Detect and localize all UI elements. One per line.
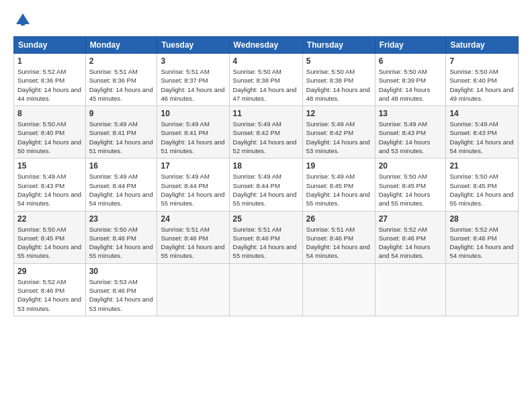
day-info: Sunrise: 5:53 AMSunset: 8:46 PMDaylight:… <box>89 277 154 313</box>
calendar-cell: 28Sunrise: 5:52 AMSunset: 8:46 PMDayligh… <box>446 211 519 263</box>
day-number: 7 <box>449 56 515 66</box>
day-number: 10 <box>161 109 225 118</box>
day-info: Sunrise: 5:50 AMSunset: 8:46 PMDaylight:… <box>89 225 154 261</box>
calendar-cell: 19Sunrise: 5:49 AMSunset: 8:45 PMDayligh… <box>302 158 375 211</box>
day-number: 16 <box>89 161 154 171</box>
calendar-cell: 4Sunrise: 5:50 AMSunset: 8:38 PMDaylight… <box>229 54 302 106</box>
day-info: Sunrise: 5:49 AMSunset: 8:44 PMDaylight:… <box>89 172 154 208</box>
day-number: 15 <box>17 161 82 171</box>
calendar-cell <box>157 263 229 316</box>
calendar-cell: 11Sunrise: 5:49 AMSunset: 8:42 PMDayligh… <box>229 106 302 158</box>
day-number: 11 <box>233 109 299 118</box>
day-info: Sunrise: 5:51 AMSunset: 8:37 PMDaylight:… <box>161 67 225 103</box>
day-number: 8 <box>17 109 82 118</box>
day-number: 24 <box>161 214 225 224</box>
day-info: Sunrise: 5:50 AMSunset: 8:40 PMDaylight:… <box>449 67 515 103</box>
calendar-cell <box>302 263 375 316</box>
day-info: Sunrise: 5:52 AMSunset: 8:46 PMDaylight:… <box>17 277 82 313</box>
calendar-week-1: 1Sunrise: 5:52 AMSunset: 8:36 PMDaylight… <box>14 54 519 106</box>
day-number: 6 <box>379 56 443 66</box>
calendar-cell <box>446 263 519 316</box>
day-info: Sunrise: 5:49 AMSunset: 8:45 PMDaylight:… <box>306 172 371 208</box>
calendar-cell: 8Sunrise: 5:50 AMSunset: 8:40 PMDaylight… <box>14 106 86 158</box>
calendar-cell <box>229 263 302 316</box>
calendar-cell: 15Sunrise: 5:49 AMSunset: 8:43 PMDayligh… <box>14 158 86 211</box>
calendar-cell: 25Sunrise: 5:51 AMSunset: 8:46 PMDayligh… <box>229 211 302 263</box>
day-number: 30 <box>89 267 154 276</box>
col-header-saturday: Saturday <box>446 37 519 54</box>
day-number: 23 <box>89 214 154 224</box>
logo <box>13 11 35 30</box>
calendar-cell: 18Sunrise: 5:49 AMSunset: 8:44 PMDayligh… <box>229 158 302 211</box>
day-number: 20 <box>379 161 443 171</box>
calendar-cell: 6Sunrise: 5:50 AMSunset: 8:39 PMDaylight… <box>375 54 446 106</box>
day-info: Sunrise: 5:49 AMSunset: 8:44 PMDaylight:… <box>233 172 299 208</box>
calendar-cell: 7Sunrise: 5:50 AMSunset: 8:40 PMDaylight… <box>446 54 519 106</box>
col-header-thursday: Thursday <box>302 37 375 54</box>
calendar-cell: 12Sunrise: 5:49 AMSunset: 8:42 PMDayligh… <box>302 106 375 158</box>
day-info: Sunrise: 5:49 AMSunset: 8:44 PMDaylight:… <box>161 172 225 208</box>
calendar-cell: 9Sunrise: 5:49 AMSunset: 8:41 PMDaylight… <box>85 106 157 158</box>
day-info: Sunrise: 5:50 AMSunset: 8:45 PMDaylight:… <box>449 172 515 208</box>
day-info: Sunrise: 5:49 AMSunset: 8:43 PMDaylight:… <box>17 172 82 208</box>
calendar-cell: 23Sunrise: 5:50 AMSunset: 8:46 PMDayligh… <box>85 211 157 263</box>
calendar-cell: 13Sunrise: 5:49 AMSunset: 8:43 PMDayligh… <box>375 106 446 158</box>
calendar-cell: 29Sunrise: 5:52 AMSunset: 8:46 PMDayligh… <box>14 263 86 316</box>
day-info: Sunrise: 5:49 AMSunset: 8:41 PMDaylight:… <box>161 120 225 155</box>
calendar-cell: 27Sunrise: 5:52 AMSunset: 8:46 PMDayligh… <box>375 211 446 263</box>
calendar-cell: 16Sunrise: 5:49 AMSunset: 8:44 PMDayligh… <box>85 158 157 211</box>
day-number: 2 <box>89 56 154 66</box>
calendar-header-row: SundayMondayTuesdayWednesdayThursdayFrid… <box>14 37 519 54</box>
calendar-cell: 2Sunrise: 5:51 AMSunset: 8:36 PMDaylight… <box>85 54 157 106</box>
day-number: 9 <box>89 109 154 118</box>
day-number: 12 <box>306 109 371 118</box>
day-number: 1 <box>17 56 82 66</box>
day-info: Sunrise: 5:49 AMSunset: 8:42 PMDaylight:… <box>233 120 299 155</box>
calendar-week-2: 8Sunrise: 5:50 AMSunset: 8:40 PMDaylight… <box>14 106 519 158</box>
day-info: Sunrise: 5:50 AMSunset: 8:45 PMDaylight:… <box>17 225 82 261</box>
col-header-monday: Monday <box>85 37 157 54</box>
day-number: 17 <box>161 161 225 171</box>
calendar-cell: 3Sunrise: 5:51 AMSunset: 8:37 PMDaylight… <box>157 54 229 106</box>
day-number: 22 <box>17 214 82 224</box>
calendar-cell: 1Sunrise: 5:52 AMSunset: 8:36 PMDaylight… <box>14 54 86 106</box>
day-info: Sunrise: 5:50 AMSunset: 8:39 PMDaylight:… <box>379 67 443 103</box>
day-info: Sunrise: 5:52 AMSunset: 8:36 PMDaylight:… <box>17 67 82 103</box>
day-info: Sunrise: 5:51 AMSunset: 8:36 PMDaylight:… <box>89 67 154 103</box>
logo-icon <box>13 11 32 30</box>
day-info: Sunrise: 5:49 AMSunset: 8:42 PMDaylight:… <box>306 120 371 155</box>
day-info: Sunrise: 5:52 AMSunset: 8:46 PMDaylight:… <box>449 225 515 261</box>
calendar-cell <box>375 263 446 316</box>
day-number: 26 <box>306 214 371 224</box>
calendar-week-3: 15Sunrise: 5:49 AMSunset: 8:43 PMDayligh… <box>14 158 519 211</box>
calendar-cell: 17Sunrise: 5:49 AMSunset: 8:44 PMDayligh… <box>157 158 229 211</box>
day-info: Sunrise: 5:50 AMSunset: 8:45 PMDaylight:… <box>379 172 443 208</box>
calendar-cell: 21Sunrise: 5:50 AMSunset: 8:45 PMDayligh… <box>446 158 519 211</box>
day-number: 28 <box>449 214 515 224</box>
day-number: 4 <box>233 56 299 66</box>
calendar-cell: 10Sunrise: 5:49 AMSunset: 8:41 PMDayligh… <box>157 106 229 158</box>
day-number: 3 <box>161 56 225 66</box>
day-info: Sunrise: 5:51 AMSunset: 8:46 PMDaylight:… <box>306 225 371 261</box>
day-info: Sunrise: 5:49 AMSunset: 8:43 PMDaylight:… <box>449 120 515 155</box>
day-number: 27 <box>379 214 443 224</box>
calendar-cell: 22Sunrise: 5:50 AMSunset: 8:45 PMDayligh… <box>14 211 86 263</box>
page: SundayMondayTuesdayWednesdayThursdayFrid… <box>0 0 532 411</box>
col-header-wednesday: Wednesday <box>229 37 302 54</box>
header <box>13 11 519 30</box>
calendar: SundayMondayTuesdayWednesdayThursdayFrid… <box>13 36 519 316</box>
day-info: Sunrise: 5:50 AMSunset: 8:40 PMDaylight:… <box>17 120 82 155</box>
day-number: 5 <box>306 56 371 66</box>
day-info: Sunrise: 5:51 AMSunset: 8:46 PMDaylight:… <box>233 225 299 261</box>
calendar-cell: 5Sunrise: 5:50 AMSunset: 8:38 PMDaylight… <box>302 54 375 106</box>
day-number: 13 <box>379 109 443 118</box>
day-number: 19 <box>306 161 371 171</box>
calendar-cell: 14Sunrise: 5:49 AMSunset: 8:43 PMDayligh… <box>446 106 519 158</box>
day-number: 21 <box>449 161 515 171</box>
col-header-tuesday: Tuesday <box>157 37 229 54</box>
calendar-week-5: 29Sunrise: 5:52 AMSunset: 8:46 PMDayligh… <box>14 263 519 316</box>
calendar-cell: 24Sunrise: 5:51 AMSunset: 8:46 PMDayligh… <box>157 211 229 263</box>
calendar-week-4: 22Sunrise: 5:50 AMSunset: 8:45 PMDayligh… <box>14 211 519 263</box>
day-number: 25 <box>233 214 299 224</box>
col-header-sunday: Sunday <box>14 37 86 54</box>
